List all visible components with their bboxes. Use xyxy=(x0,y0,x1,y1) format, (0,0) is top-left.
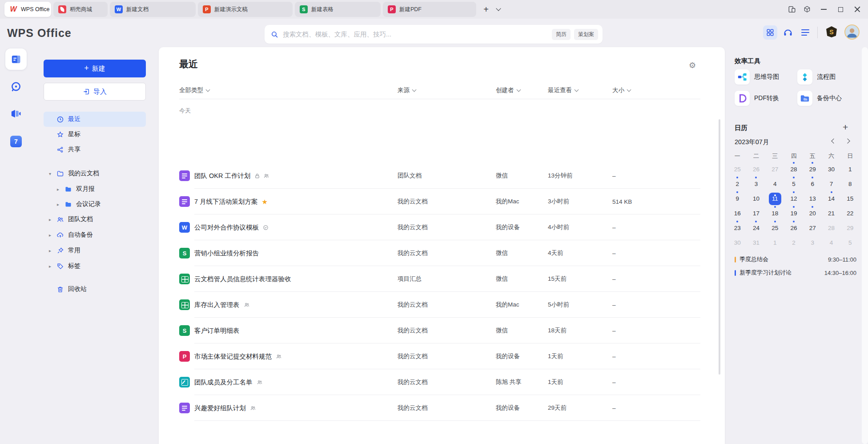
calendar-day[interactable]: 18 xyxy=(766,206,784,221)
avatar[interactable] xyxy=(844,24,860,40)
tab-new-presentation[interactable]: P 新建演示文稿 xyxy=(198,2,293,17)
calendar-next-button[interactable] xyxy=(844,137,852,145)
sidebar-item-tags[interactable]: ▸ 标签 xyxy=(44,258,146,274)
tool-flowchart[interactable]: 流程图 xyxy=(797,69,836,85)
tool-pdf-convert[interactable]: PDF转换 xyxy=(735,91,779,106)
calendar-day[interactable]: 23 xyxy=(728,221,747,235)
caret-right-icon[interactable]: ▸ xyxy=(49,248,56,253)
calendar-day[interactable]: 19 xyxy=(784,206,803,221)
calendar-day[interactable]: 29 xyxy=(841,221,860,235)
calendar-day[interactable]: 21 xyxy=(822,206,840,221)
search-input[interactable]: 搜索文档、模板、文库、应用、技巧... xyxy=(283,30,548,39)
file-name[interactable]: 客户订单明细表 xyxy=(194,327,240,335)
sidebar-item-starred[interactable]: 星标 xyxy=(44,127,146,142)
search-tag-resume[interactable]: 简历 xyxy=(552,29,571,40)
tool-mindmap[interactable]: 思维导图 xyxy=(735,69,779,85)
calendar-day[interactable]: 1 xyxy=(766,235,784,250)
calendar-day[interactable]: 3 xyxy=(747,177,765,191)
calendar-day[interactable]: 8 xyxy=(841,177,860,191)
rail-calendar-icon[interactable]: 7 xyxy=(10,136,22,147)
calendar-day[interactable]: 26 xyxy=(784,221,803,235)
tab-docer-mall[interactable]: 稻壳商城 xyxy=(53,2,108,17)
filter-size[interactable]: 大小 xyxy=(612,86,631,94)
rail-chat[interactable] xyxy=(10,81,22,93)
file-name[interactable]: 兴趣爱好组队计划 xyxy=(194,404,246,412)
close-button[interactable] xyxy=(853,5,861,13)
file-row[interactable]: 兴趣爱好组队计划 我的云文档 我的设备 29天前 – xyxy=(179,395,700,421)
calendar-day[interactable]: 9 xyxy=(728,191,747,206)
file-row[interactable]: 团队成员及分工名单 我的云文档 陈旭 共享 1天前 – xyxy=(179,369,700,395)
file-row[interactable]: 云文档管人员信息统计表理器验收 项目汇总 微信 15天前 – xyxy=(179,266,700,292)
calendar-day[interactable]: 29 xyxy=(803,162,822,177)
search-tag-plan[interactable]: 策划案 xyxy=(574,29,598,40)
new-tab-button[interactable]: + xyxy=(480,4,492,15)
calendar-day[interactable]: 25 xyxy=(728,162,747,177)
tab-new-document[interactable]: W 新建文档 xyxy=(110,2,196,17)
sidebar-item-trash[interactable]: 回收站 xyxy=(44,282,146,297)
caret-right-icon[interactable]: ▸ xyxy=(49,233,56,238)
calendar-day[interactable]: 13 xyxy=(803,191,822,206)
support-headset-button[interactable] xyxy=(783,27,793,38)
calendar-day[interactable]: 4 xyxy=(822,235,840,250)
apps-grid-button[interactable] xyxy=(763,25,777,40)
sidebar-item-shared[interactable]: 共享 xyxy=(44,142,146,157)
maximize-button[interactable] xyxy=(836,5,844,13)
calendar-day[interactable]: 30 xyxy=(822,162,840,177)
calendar-day[interactable]: 7 xyxy=(822,177,840,191)
rail-docs-active[interactable] xyxy=(5,48,27,70)
rail-apps-icon[interactable] xyxy=(10,163,22,175)
caret-right-icon[interactable]: ▸ xyxy=(57,187,64,192)
panel-scrollbar-track[interactable] xyxy=(862,47,868,444)
calendar-add-button[interactable]: + xyxy=(843,122,848,133)
calendar-day[interactable]: 5 xyxy=(841,235,860,250)
calendar-day[interactable]: 15 xyxy=(841,191,860,206)
file-row[interactable]: W 公司对外合作协议模板 我的云文档 我的设备 4小时前 – xyxy=(179,214,700,240)
file-name[interactable]: 7 月线下活动策划方案 xyxy=(194,198,258,206)
calendar-day[interactable]: 30 xyxy=(728,235,747,250)
caret-down-icon[interactable]: ▾ xyxy=(49,171,56,176)
calendar-day[interactable]: 16 xyxy=(728,206,747,221)
search-bar[interactable]: 搜索文档、模板、文库、应用、技巧... 简历 策划案 xyxy=(265,25,603,44)
caret-right-icon[interactable]: ▸ xyxy=(57,202,64,207)
calendar-event[interactable]: 新季度学习计划讨论 14:30–16:00 xyxy=(735,268,856,278)
new-button[interactable]: + 新建 xyxy=(44,60,146,77)
minimize-button[interactable] xyxy=(820,5,828,13)
caret-right-icon[interactable]: ▸ xyxy=(49,217,56,222)
tab-new-spreadsheet[interactable]: S 新建表格 xyxy=(295,2,381,17)
calendar-day[interactable]: 4 xyxy=(766,177,784,191)
filter-creator[interactable]: 创建者 xyxy=(496,86,520,94)
calendar-day[interactable]: 28 xyxy=(784,162,803,177)
calendar-day[interactable]: 22 xyxy=(841,206,860,221)
calendar-day[interactable]: 31 xyxy=(747,235,765,250)
file-name[interactable]: 公司对外合作协议模板 xyxy=(194,223,259,232)
sidebar-item-bimonthly-report[interactable]: ▸ 双月报 xyxy=(44,182,146,197)
sidebar-item-recent[interactable]: 最近 xyxy=(44,112,146,127)
devices-icon[interactable] xyxy=(788,5,796,13)
calendar-day[interactable]: 27 xyxy=(766,162,784,177)
star-filled-icon[interactable]: ★ xyxy=(262,198,268,205)
file-row[interactable]: 团队 OKR 工作计划 团队文档 微信 13分钟前 – xyxy=(179,163,700,189)
gear-icon[interactable]: ⚙ xyxy=(689,61,696,70)
calendar-day[interactable]: 26 xyxy=(747,162,765,177)
file-row[interactable]: 7 月线下活动策划方案 ★ 我的云文档 我的Mac 3小时前 514 KB xyxy=(179,189,700,214)
calendar-day[interactable]: 12 xyxy=(784,191,803,206)
filter-last-viewed[interactable]: 最近查看 xyxy=(548,86,578,94)
calendar-day[interactable]: 6 xyxy=(803,177,822,191)
sidebar-item-auto-backup[interactable]: ▸ 自动备份 xyxy=(44,227,146,242)
import-button[interactable]: 导入 xyxy=(44,83,146,101)
caret-right-icon[interactable]: ▸ xyxy=(49,264,56,269)
calendar-day[interactable]: 24 xyxy=(747,221,765,235)
calendar-day[interactable]: 25 xyxy=(766,221,784,235)
file-row[interactable]: S 营销小组业绩分析报告 我的云文档 微信 4天前 – xyxy=(179,240,700,266)
file-name[interactable]: 营销小组业绩分析报告 xyxy=(194,249,259,258)
calendar-day[interactable]: 17 xyxy=(747,206,765,221)
calendar-day[interactable]: 20 xyxy=(803,206,822,221)
calendar-day[interactable]: 3 xyxy=(803,235,822,250)
calendar-day[interactable]: 27 xyxy=(803,221,822,235)
sidebar-item-team-docs[interactable]: ▸ 团队文档 xyxy=(44,212,146,227)
sidebar-item-meeting-notes[interactable]: ▸ 会议记录 xyxy=(44,197,146,212)
file-name[interactable]: 团队成员及分工名单 xyxy=(194,378,253,387)
calendar-day[interactable]: 2 xyxy=(784,235,803,250)
calendar-day[interactable]: 2 xyxy=(728,177,747,191)
filter-type[interactable]: 全部类型 xyxy=(179,86,209,94)
